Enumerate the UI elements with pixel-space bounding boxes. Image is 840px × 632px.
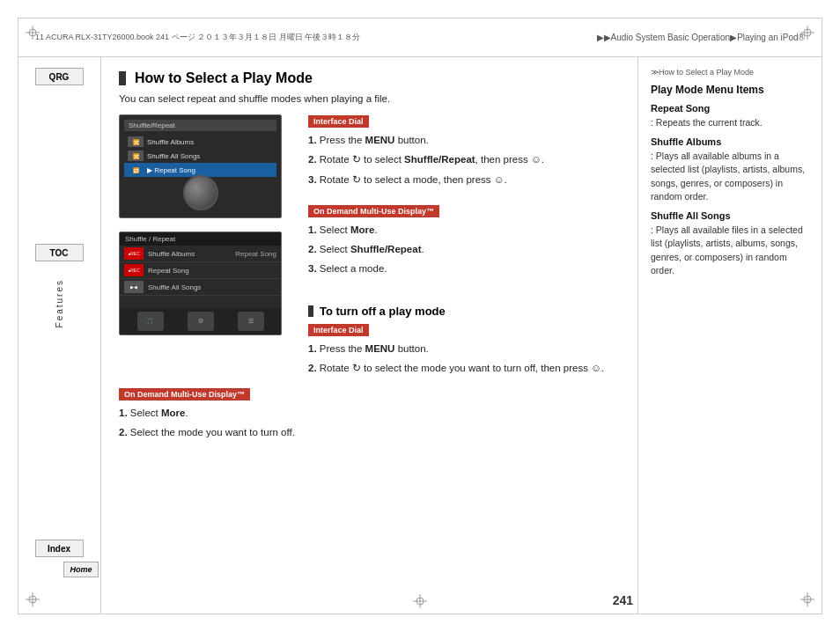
content-columns: Shuffle/Repeat 🔀 Shuffle Albums 🔀 Shuffl… [119, 114, 629, 380]
screen1-row1: 🔀 Shuffle Albums [124, 135, 276, 149]
qrg-badge[interactable]: QRG [35, 68, 84, 85]
screenshot-1: Shuffle/Repeat 🔀 Shuffle Albums 🔀 Shuffl… [119, 114, 282, 218]
main-content: How to Select a Play Mode You can select… [101, 57, 646, 614]
screenshots-column: Shuffle/Repeat 🔀 Shuffle Albums 🔀 Shuffl… [119, 114, 291, 380]
screen2-bottom: 🎵 ⚙ ☰ [120, 308, 281, 334]
step-2-1: 1. Select More. [308, 223, 629, 238]
sidebar-item-title-3: Shuffle All Songs [651, 210, 812, 221]
step-4-2: 2. Select the mode you want to turn off. [119, 425, 629, 440]
left-sidebar: QRG TOC Features Index Home [18, 57, 101, 614]
screen2-icon1: ●REC [124, 247, 144, 260]
step-4-1: 1. Select More. [119, 406, 629, 421]
index-badge[interactable]: Index [35, 540, 84, 557]
sidebar-breadcrumb: ≫How to Select a Play Mode [651, 68, 812, 77]
interface-dial-badge-1: Interface Dial [308, 115, 369, 128]
home-badge[interactable]: Home [63, 562, 99, 577]
step-1-3: 3. Rotate ↻ to select a mode, then press… [308, 173, 629, 187]
screen2-icon2: ●REC [124, 264, 144, 276]
section-title: How to Select a Play Mode [119, 70, 629, 86]
screen2-row3: ▶◀ Shuffle All Songs [120, 279, 281, 296]
screen1-title: Shuffle/Repeat [124, 120, 276, 131]
right-sidebar: ≫How to Select a Play Mode Play Mode Men… [637, 57, 822, 614]
screen2-row1: ●REC Shuffle Albums Repeat Song [120, 246, 281, 262]
screen2-btn1: 🎵 [137, 312, 164, 331]
screen1-dial [183, 175, 218, 210]
interface-dial-badge-2: Interface Dial [308, 324, 369, 336]
sidebar-main-title: Play Mode Menu Items [651, 84, 812, 96]
on-demand-badge-1: On Demand Multi-Use Display™ [308, 205, 439, 217]
toc-badge[interactable]: TOC [35, 244, 84, 261]
bottom-center-mark [413, 594, 427, 611]
screen1-icon2: 🔀 [128, 151, 144, 161]
screen1-icon3: 🔁 [128, 165, 144, 175]
screen2-btn3: ☰ [238, 312, 264, 331]
bottom-steps-section: On Demand Multi-Use Display™ 1. Select M… [119, 387, 629, 441]
sub-section-bar [308, 305, 313, 317]
intro-text: You can select repeat and shuffle modes … [119, 93, 629, 104]
steps-column: Interface Dial 1. Press the MENU button.… [308, 114, 629, 380]
step-3-2: 2. Rotate ↻ to select the mode you want … [308, 361, 629, 376]
screen2-row2: ●REC Repeat Song [120, 262, 281, 279]
screen1-icon1: 🔀 [128, 136, 144, 147]
sidebar-item-title-1: Repeat Song [651, 103, 812, 114]
features-label: Features [55, 279, 64, 327]
sidebar-item-text-1: : Repeats the current track. [651, 116, 812, 129]
step-1-2: 2. Rotate ↻ to select Shuffle/Repeat, th… [308, 152, 629, 167]
section-title-bar [119, 71, 126, 85]
screen1-row2: 🔀 Shuffle All Songs [124, 149, 276, 163]
step-1-1: 1. Press the MENU button. [308, 133, 629, 148]
step-2-2: 2. Select Shuffle/Repeat. [308, 242, 629, 257]
sidebar-item-title-2: Shuffle Albums [651, 136, 812, 147]
screen2-icon3: ▶◀ [124, 281, 144, 293]
sub-section-title: To turn off a play mode [308, 305, 629, 318]
step-2-3: 3. Select a mode. [308, 261, 629, 276]
sidebar-item-text-3: : Plays all available files in a selecte… [651, 224, 812, 277]
sidebar-item-text-2: : Plays all available albums in a select… [651, 150, 812, 203]
screen2-btn2: ⚙ [188, 312, 214, 331]
on-demand-badge-2: On Demand Multi-Use Display™ [119, 388, 250, 401]
section-title-text: How to Select a Play Mode [135, 70, 313, 86]
page-number: 241 [613, 593, 633, 607]
screen2-title: Shuffle / Repeat [120, 232, 281, 246]
step-3-1: 1. Press the MENU button. [308, 342, 629, 356]
screenshot-2: Shuffle / Repeat ●REC Shuffle Albums Rep… [119, 231, 282, 335]
sub-section-title-text: To turn off a play mode [320, 305, 446, 318]
